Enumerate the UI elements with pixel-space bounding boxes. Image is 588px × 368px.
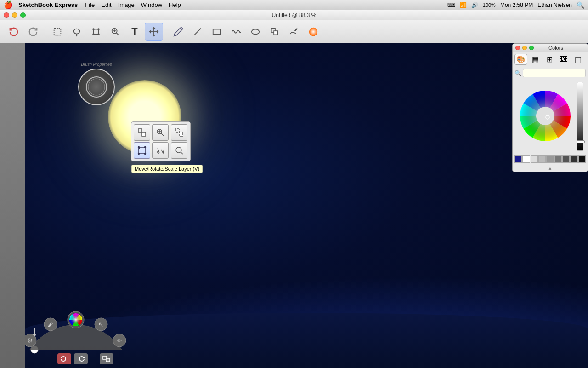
popup-tool-5[interactable]: [152, 142, 169, 159]
svg-point-20: [88, 79, 105, 95]
window-title: Untitled @ 88.3 %: [272, 12, 317, 18]
colors-titlebar: Colors: [513, 44, 588, 52]
bottom-undo[interactable]: [57, 353, 71, 364]
swatch-9[interactable]: [578, 155, 586, 163]
maximize-button[interactable]: [20, 12, 26, 18]
bottom-redo[interactable]: [74, 353, 88, 364]
svg-point-4: [98, 29, 99, 30]
radial-menu-svg[interactable]: ⚙ 🖌: [25, 290, 126, 354]
bluetooth-icon[interactable]: ⌨: [447, 2, 455, 8]
volume-icon[interactable]: 🔊: [471, 2, 478, 8]
svg-rect-27: [175, 129, 179, 132]
colors-panel: Colors 🎨 ▦ ⊞ 🖼 ◫ 🔍: [512, 43, 588, 172]
canvas-area[interactable]: Brush Properties: [25, 43, 588, 368]
brightness-slider[interactable]: [577, 82, 583, 151]
colors-close[interactable]: [515, 46, 520, 50]
colors-expand[interactable]: ▲: [513, 165, 588, 172]
swatch-2[interactable]: [522, 155, 530, 163]
swatch-6[interactable]: [554, 155, 562, 163]
layers-button[interactable]: [266, 23, 284, 41]
redo-button[interactable]: [24, 23, 42, 41]
popup-tool-2[interactable]: [152, 124, 169, 141]
brush-button[interactable]: [285, 23, 303, 41]
color-tab-wheel[interactable]: 🎨: [514, 54, 527, 65]
svg-rect-2: [94, 29, 99, 34]
swatch-5[interactable]: [546, 155, 554, 163]
ellipse-button[interactable]: [246, 23, 265, 41]
color-tab-image[interactable]: 🖼: [557, 54, 570, 65]
bottom-controls: [57, 353, 113, 364]
battery-indicator: 100%: [483, 2, 496, 8]
svg-line-39: [181, 152, 183, 154]
zoom-button[interactable]: [106, 23, 124, 41]
popup-tool-3[interactable]: [171, 124, 187, 141]
svg-line-8: [116, 33, 119, 35]
brush-properties[interactable]: Brush Properties: [78, 69, 115, 105]
popup-tool-6[interactable]: [171, 142, 187, 159]
brush-ring[interactable]: Brush Properties: [78, 69, 115, 105]
color-tab-crayons[interactable]: ◫: [571, 54, 584, 65]
svg-text:🖌: 🖌: [47, 321, 54, 328]
text-button[interactable]: T: [125, 23, 144, 41]
close-button[interactable]: [4, 12, 9, 18]
menubar: 🍎 SketchBook Express File Edit Image Win…: [0, 0, 588, 10]
search-menubar-icon[interactable]: 🔍: [577, 1, 584, 9]
swatch-4[interactable]: [538, 155, 546, 163]
line-button[interactable]: [188, 23, 207, 41]
swatch-7[interactable]: [562, 155, 570, 163]
lasso-select-button[interactable]: [68, 23, 86, 41]
app-name[interactable]: SketchBook Express: [18, 1, 78, 8]
tool-tooltip: Move/Rotate/Scale Layer (V): [131, 165, 203, 173]
popup-tool-4[interactable]: [134, 142, 150, 159]
rect-select-button[interactable]: [48, 23, 67, 41]
svg-point-3: [93, 29, 94, 30]
color-tab-palette[interactable]: ⊞: [543, 54, 556, 65]
svg-line-13: [194, 28, 201, 35]
menu-image[interactable]: Image: [118, 1, 135, 8]
pencil-button[interactable]: [169, 23, 187, 41]
svg-point-18: [309, 27, 317, 35]
undo-button[interactable]: [5, 23, 23, 41]
menu-file[interactable]: File: [85, 1, 95, 8]
svg-rect-14: [213, 29, 221, 34]
svg-rect-0: [54, 28, 61, 35]
brush-properties-label: Brush Properties: [79, 62, 114, 67]
menu-window[interactable]: Window: [141, 1, 162, 8]
apple-menu[interactable]: 🍎: [4, 0, 13, 9]
minimize-button[interactable]: [12, 12, 17, 18]
colors-search-bar: 🔍: [513, 67, 588, 79]
svg-point-5: [93, 34, 94, 35]
colors-min[interactable]: [522, 46, 527, 50]
slider-handle[interactable]: [577, 140, 585, 143]
svg-point-33: [145, 153, 146, 155]
titlebar: Untitled @ 88.3 %: [0, 10, 588, 20]
colorpicker-button[interactable]: [304, 23, 322, 41]
svg-point-30: [138, 147, 140, 148]
menu-edit[interactable]: Edit: [101, 1, 111, 8]
window-controls: [4, 12, 26, 18]
colors-search-input[interactable]: [523, 69, 586, 77]
color-wheel-svg[interactable]: [515, 82, 575, 150]
swatch-3[interactable]: [531, 155, 538, 163]
swatch-8[interactable]: [570, 155, 577, 163]
color-tab-sliders[interactable]: ▦: [529, 54, 542, 65]
wifi-icon[interactable]: 📶: [460, 2, 467, 8]
wave-button[interactable]: [227, 23, 245, 41]
color-wheel-container[interactable]: [513, 79, 588, 154]
rectangle-button[interactable]: [208, 23, 226, 41]
popup-tool-1[interactable]: [134, 124, 150, 141]
menu-help[interactable]: Help: [169, 1, 181, 8]
main-toolbar: T: [0, 20, 588, 43]
swatch-1[interactable]: [514, 155, 522, 163]
transform-button[interactable]: [87, 23, 105, 41]
colors-tabs: 🎨 ▦ ⊞ 🖼 ◫: [513, 52, 588, 67]
move-button[interactable]: [145, 23, 163, 41]
color-wheel[interactable]: [515, 82, 575, 151]
username[interactable]: Ethan Nielsen: [537, 2, 572, 8]
svg-point-42: [536, 107, 554, 125]
svg-text:↖: ↖: [98, 321, 104, 328]
svg-text:⚙: ⚙: [27, 337, 33, 344]
colors-max[interactable]: [529, 46, 534, 50]
tool-popup: Move/Rotate/Scale Layer (V): [131, 121, 191, 161]
bottom-layers[interactable]: [100, 353, 113, 364]
